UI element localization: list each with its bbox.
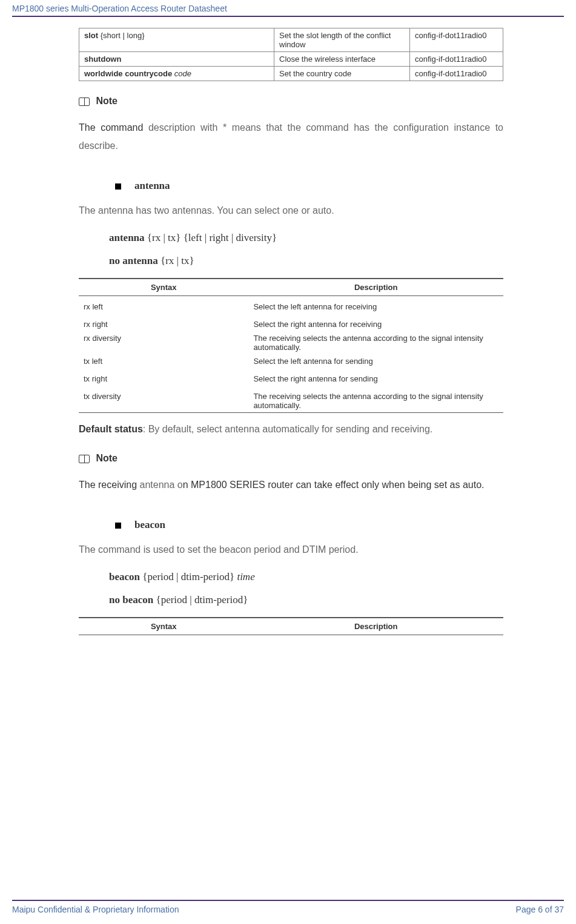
cmd-arg-italic: code <box>174 69 191 78</box>
cmd-ctx: config-if-dot11radio0 <box>410 28 503 52</box>
cmd-args: {short | long} <box>98 31 144 40</box>
table-row: tx rightSelect the right antenna for sen… <box>79 368 503 389</box>
table-row: rx leftSelect the left antenna for recei… <box>79 295 503 317</box>
desc-cell: Select the right antenna for receiving <box>248 317 503 331</box>
cmd-bold: no beacon <box>109 594 156 606</box>
command-syntax: no beacon {period | dtim-period} <box>109 594 503 606</box>
table-row: tx leftSelect the left antenna for sendi… <box>79 354 503 368</box>
note-label: Note <box>93 453 118 463</box>
footer-right: Page 6 of 37 <box>516 905 564 914</box>
syntax-cell: rx left <box>79 295 248 317</box>
cmd-rest: {period | dtim-period} <box>156 594 248 606</box>
default-text: : By default, select antenna automatical… <box>143 424 433 434</box>
cmd-name: slot <box>84 31 98 40</box>
default-label: Default status <box>79 424 143 434</box>
section-desc: The antenna has two antennas. You can se… <box>79 205 503 216</box>
note-text-dark: The command <box>79 122 148 133</box>
note-label: Note <box>93 96 118 106</box>
table-row: slot {short | long} Set the slot length … <box>79 28 503 52</box>
note-text: n MP1800 SERIES router can take effect o… <box>183 480 485 490</box>
command-syntax: antenna {rx | tx} {left | right | divers… <box>109 232 503 244</box>
cmd-italic: time <box>237 571 254 582</box>
note-heading: Note <box>79 96 503 107</box>
page-header: MP1800 series Multi-Operation Access Rou… <box>12 0 564 17</box>
section-title: antenna <box>134 180 170 191</box>
cmd-rest: {rx | tx} {left | right | diversity} <box>147 232 277 243</box>
book-icon <box>79 455 90 463</box>
section-heading-beacon: beacon <box>115 519 503 531</box>
syntax-cell: tx diversity <box>79 389 248 413</box>
cmd-desc: Set the slot length of the conflict wind… <box>274 28 410 52</box>
syntax-cell: tx right <box>79 368 248 389</box>
cmd-rest: {period | dtim-period} <box>142 571 237 582</box>
table-header-row: Syntax Description <box>79 618 503 635</box>
col-syntax: Syntax <box>79 618 248 635</box>
cmd-rest: {rx | tx} <box>161 255 194 266</box>
default-status: Default status: By default, select anten… <box>79 420 503 438</box>
note-text: The receiving <box>79 480 140 490</box>
note-paragraph: The command description with * means tha… <box>79 119 503 156</box>
cmd-bold: antenna <box>109 232 147 243</box>
syntax-cell: rx right <box>79 317 248 331</box>
header-title: MP1800 series Multi-Operation Access Rou… <box>12 4 227 13</box>
table-header-row: Syntax Description <box>79 279 503 296</box>
main-content: slot {short | long} Set the slot length … <box>12 28 564 635</box>
square-bullet-icon <box>115 523 121 529</box>
table-row: rx diversityThe receiving selects the an… <box>79 331 503 354</box>
desc-cell: The receiving selects the antenna accord… <box>248 389 503 413</box>
col-description: Description <box>248 618 503 635</box>
table-row: shutdown Close the wireless interface co… <box>79 52 503 67</box>
book-icon <box>79 97 90 106</box>
col-description: Description <box>248 279 503 296</box>
table-row: worldwide countrycode code Set the count… <box>79 67 503 81</box>
col-syntax: Syntax <box>79 279 248 296</box>
syntax-cell: tx left <box>79 354 248 368</box>
section-heading-antenna: antenna <box>115 180 503 192</box>
note-paragraph: The receiving antenna on MP1800 SERIES r… <box>79 476 503 494</box>
cmd-bold: beacon <box>109 571 142 582</box>
section-title: beacon <box>134 519 165 530</box>
cmd-desc: Close the wireless interface <box>274 52 410 67</box>
desc-cell: Select the left antenna for sending <box>248 354 503 368</box>
syntax-table-antenna: Syntax Description rx leftSelect the lef… <box>79 278 503 413</box>
desc-cell: The receiving selects the antenna accord… <box>248 331 503 354</box>
syntax-table-beacon: Syntax Description <box>79 617 503 635</box>
desc-cell: Select the right antenna for sending <box>248 368 503 389</box>
square-bullet-icon <box>115 183 121 190</box>
syntax-cell: rx diversity <box>79 331 248 354</box>
command-syntax: no antenna {rx | tx} <box>109 255 503 267</box>
table-row: rx rightSelect the right antenna for rec… <box>79 317 503 331</box>
page-footer: Maipu Confidential & Proprietary Informa… <box>12 900 564 914</box>
cmd-name: worldwide countrycode <box>84 69 174 78</box>
command-syntax: beacon {period | dtim-period} time <box>109 571 503 583</box>
note-heading: Note <box>79 453 503 464</box>
note-text-light: antenna o <box>140 480 183 490</box>
table-row: tx diversityThe receiving selects the an… <box>79 389 503 413</box>
section-desc: The command is used to set the beacon pe… <box>79 544 503 555</box>
cmd-desc: Set the country code <box>274 67 410 81</box>
command-table: slot {short | long} Set the slot length … <box>79 28 503 81</box>
footer-left: Maipu Confidential & Proprietary Informa… <box>12 905 179 914</box>
cmd-ctx: config-if-dot11radio0 <box>410 67 503 81</box>
desc-cell: Select the left antenna for receiving <box>248 295 503 317</box>
cmd-name: shutdown <box>84 54 121 64</box>
cmd-bold: no antenna <box>109 255 161 266</box>
cmd-ctx: config-if-dot11radio0 <box>410 52 503 67</box>
